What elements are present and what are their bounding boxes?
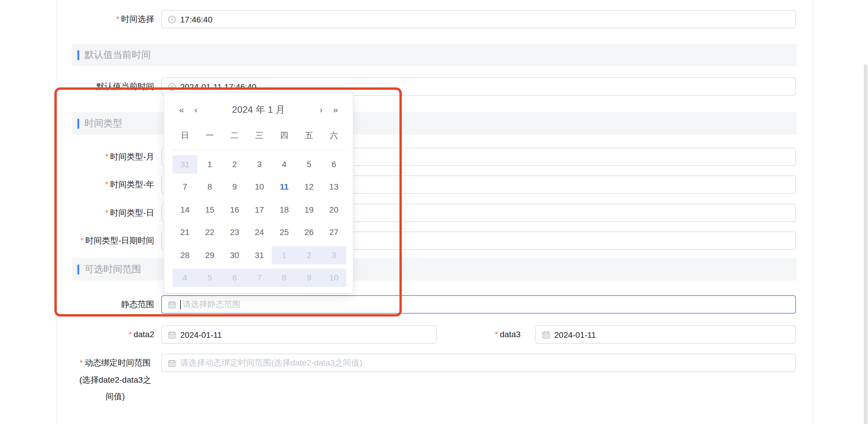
form-page: *时间选择 17:46:40 默认值当前时间 默认值当前时间 2024-01-1… [0, 0, 868, 424]
calendar-weekday: 六 [321, 127, 346, 143]
type-month-label: *时间类型-月 [35, 148, 154, 166]
date-picker-popup: « ‹ 2024 年 1 月 › » 日一二三四五六 3112345678910… [164, 92, 353, 293]
calendar-icon [542, 330, 550, 339]
default-time-value: 2024-01-11 17:46:40 [180, 82, 256, 91]
calendar-day[interactable]: 20 [321, 201, 346, 219]
type-year-label: *时间类型-年 [35, 175, 154, 194]
calendar-week-row: 28293031123 [173, 244, 346, 267]
calendar-day[interactable]: 22 [197, 224, 222, 242]
calendar-day[interactable]: 10 [247, 178, 272, 196]
calendar-weekday: 三 [247, 127, 272, 143]
calendar-day[interactable]: 23 [222, 224, 247, 242]
type-datetime-label: *时间类型-日期时间 [35, 231, 154, 250]
calendar-day[interactable]: 2 [222, 155, 247, 174]
dynamic-range-placeholder: 请选择动态绑定时间范围(选择date2-data3之间值) [180, 358, 362, 368]
calendar-day[interactable]: 12 [297, 178, 321, 196]
calendar-day[interactable]: 3 [247, 155, 272, 174]
calendar-day[interactable]: 1 [197, 155, 222, 174]
scrollbar-thumb[interactable] [864, 64, 867, 424]
calendar-day[interactable]: 5 [297, 155, 321, 174]
data3-value: 2024-01-11 [554, 330, 596, 339]
calendar-icon [168, 359, 176, 367]
calendar-day[interactable]: 28 [173, 246, 197, 265]
calendar-divider [172, 150, 346, 150]
clock-icon [168, 15, 176, 23]
calendar-icon [168, 330, 176, 339]
calendar-day[interactable]: 5 [197, 269, 222, 287]
calendar-weekday: 四 [272, 127, 297, 143]
calendar-day[interactable]: 21 [173, 224, 197, 242]
calendar-weekday-row: 日一二三四五六 [173, 127, 346, 143]
static-range-placeholder: 请选择静态范围 [183, 299, 241, 310]
calendar-day[interactable]: 15 [197, 201, 222, 219]
time-select-input[interactable]: 17:46:40 [161, 10, 796, 28]
section-accent-bar [78, 50, 79, 60]
calendar-day[interactable]: 4 [272, 155, 297, 174]
calendar-day[interactable]: 6 [222, 269, 247, 287]
calendar-day[interactable]: 31 [247, 246, 272, 265]
calendar-day[interactable]: 24 [247, 224, 272, 242]
calendar-week-row: 21222324252627 [173, 221, 346, 244]
clock-icon [168, 83, 176, 91]
section-title: 默认值当前时间 [85, 49, 151, 61]
section-accent-bar [78, 264, 79, 274]
required-mark: * [80, 236, 84, 245]
calendar-day[interactable]: 16 [222, 201, 247, 219]
dynamic-range-input[interactable]: 请选择动态绑定时间范围(选择date2-data3之间值) [161, 354, 796, 372]
calendar-icon [168, 300, 176, 308]
calendar-day[interactable]: 7 [173, 178, 197, 196]
calendar-day[interactable]: 17 [247, 201, 272, 219]
calendar-day[interactable]: 4 [173, 269, 197, 287]
time-select-value: 17:46:40 [180, 14, 212, 24]
calendar-day[interactable]: 11 [272, 178, 297, 196]
calendar-day[interactable]: 18 [272, 201, 297, 219]
calendar-day[interactable]: 1 [272, 246, 297, 265]
data2-label: *data2 [35, 325, 154, 344]
calendar-day[interactable]: 31 [173, 155, 197, 174]
calendar-day[interactable]: 9 [222, 178, 247, 196]
calendar-day[interactable]: 29 [197, 246, 222, 265]
calendar-day[interactable]: 8 [197, 178, 222, 196]
data2-input[interactable]: 2024-01-11 [161, 325, 437, 344]
calendar-weeks: 3112345678910111213141516171819202122232… [173, 153, 346, 289]
static-range-label: 静态范围 [35, 295, 154, 314]
calendar-weekday: 五 [297, 127, 321, 143]
calendar-day[interactable]: 13 [321, 178, 346, 196]
calendar-day[interactable]: 19 [297, 201, 321, 219]
section-accent-bar [78, 119, 79, 128]
calendar-day[interactable]: 10 [321, 269, 346, 287]
default-time-label: 默认值当前时间 [35, 77, 154, 96]
calendar-day[interactable]: 25 [272, 224, 297, 242]
section-title: 时间类型 [85, 117, 122, 130]
dynamic-range-label: *动态绑定时间范围 (选择date2-data3之 间值) [75, 354, 155, 405]
calendar-weekday: 一 [197, 127, 222, 143]
calendar-day[interactable]: 2 [297, 246, 321, 265]
calendar-week-row: 45678910 [173, 267, 346, 289]
required-mark: * [105, 208, 108, 217]
data3-label: *data3 [414, 325, 521, 344]
calendar-day[interactable]: 14 [173, 201, 197, 219]
required-mark: * [105, 180, 108, 189]
calendar-day[interactable]: 9 [297, 269, 321, 287]
required-mark: * [128, 329, 132, 339]
calendar-day[interactable]: 26 [297, 224, 321, 242]
vertical-scrollbar[interactable] [864, 64, 867, 424]
calendar-day[interactable]: 30 [222, 246, 247, 265]
content-right-border [812, 0, 813, 424]
type-day-label: *时间类型-日 [35, 204, 154, 222]
calendar-day[interactable]: 7 [247, 269, 272, 287]
calendar-header: « ‹ 2024 年 1 月 › » [164, 100, 353, 120]
time-select-label: *时间选择 [35, 10, 154, 28]
next-year-button[interactable]: » [331, 100, 340, 120]
next-month-button[interactable]: › [317, 100, 325, 120]
text-caret [180, 300, 181, 309]
data2-value: 2024-01-11 [180, 330, 222, 339]
data3-input[interactable]: 2024-01-11 [535, 325, 796, 344]
static-range-input[interactable]: 请选择静态范围 [161, 295, 796, 314]
required-mark: * [105, 152, 108, 161]
calendar-day[interactable]: 6 [321, 155, 346, 174]
calendar-day[interactable]: 8 [272, 269, 297, 287]
calendar-weekday: 二 [222, 127, 247, 143]
calendar-day[interactable]: 27 [321, 224, 346, 242]
calendar-day[interactable]: 3 [321, 246, 346, 265]
